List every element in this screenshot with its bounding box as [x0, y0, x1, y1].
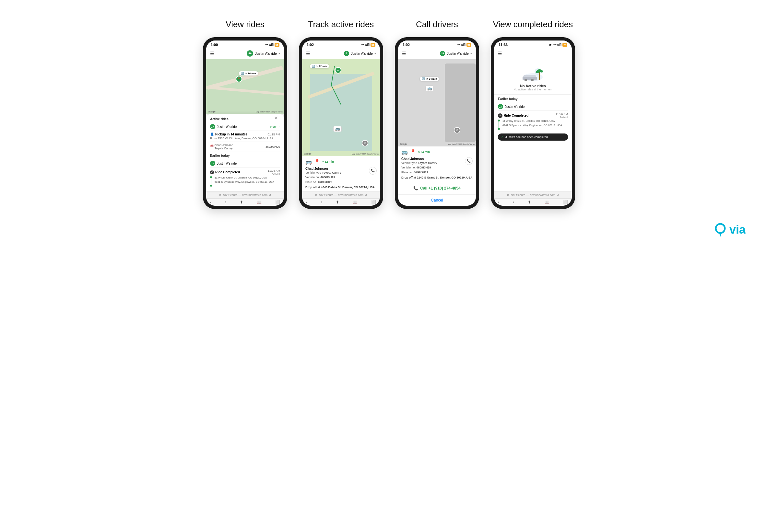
- check-icon-4: ✓: [498, 113, 502, 118]
- share-icon-1[interactable]: ⬆: [240, 200, 243, 204]
- pickup-time: 01:15 PM: [267, 133, 280, 136]
- no-rides-subtitle: No active rides at the moment: [498, 88, 568, 91]
- wifi-icon: wifi: [269, 43, 274, 46]
- initials-badge-1: JA: [247, 50, 253, 57]
- phone1-section: View rides 1:00 ▪▪▪ wifi 85 ☰ JA: [203, 19, 287, 209]
- status-icons-1: ▪▪▪ wifi 85: [265, 43, 280, 47]
- back-icon-2[interactable]: ‹: [306, 200, 307, 204]
- refresh-icon-4[interactable]: ↺: [557, 193, 559, 197]
- share-icon-2[interactable]: ⬆: [336, 200, 339, 204]
- forward-icon-4[interactable]: ›: [513, 200, 514, 204]
- route-texts-1: 11 W Dry Creek Ct, Littleton, CO 80120, …: [215, 176, 274, 187]
- completed-title-1: ✓ Ride Completed: [210, 169, 240, 175]
- nav-bar-1: ☰ JA Justin A's ride ▾: [206, 48, 284, 59]
- hamburger-icon-1[interactable]: ☰: [210, 51, 214, 56]
- bookmarks-icon-2[interactable]: 📖: [353, 200, 358, 204]
- map-3: 🚌 🔄 in 24 min ⊕ Google Map data ©2024 Go…: [398, 59, 476, 147]
- close-btn-1[interactable]: ✕: [274, 115, 278, 120]
- no-rides-section: No Active rides No active rides at the m…: [494, 59, 572, 95]
- building-area-3: [445, 64, 476, 142]
- phone3-section: Call drivers 1:02 ▪▪▪ wifi 85 ☰ JA Justi…: [395, 19, 479, 209]
- toast-check-icon: ✓: [501, 136, 504, 139]
- section1-title: View rides: [226, 19, 264, 29]
- completed-ride-4: ✓ Ride Completed 11:26 AM Arrived: [498, 111, 568, 131]
- toast-notification: ✓ Justin's ride has been completed: [498, 134, 568, 141]
- driver-info-1: 🚗 Chad Johnson Toyota Camry: [210, 144, 233, 150]
- earlier-ride-row-4: JA Justin A's ride: [498, 103, 568, 111]
- lock-icon-4: 🖥: [507, 193, 510, 197]
- hamburger-icon-2[interactable]: ☰: [306, 51, 310, 56]
- url-bar-2: 🖥 Not Secure — dev.ridewithvia.com ↺: [302, 191, 380, 198]
- battery-2: 85: [371, 43, 375, 47]
- ride-info-1: JA Justin A's ride: [210, 124, 237, 129]
- svg-marker-12: [719, 232, 722, 237]
- refresh-icon-2[interactable]: ↺: [365, 193, 367, 197]
- initials-badge-3: JA: [440, 51, 445, 56]
- via-logo-svg: [712, 222, 728, 238]
- completed-screen-4: No Active rides No active rides at the m…: [494, 59, 572, 191]
- phone3-frame: 1:02 ▪▪▪ wifi 85 ☰ JA Justin A's ride ▾: [395, 37, 479, 209]
- phone3-screen: 1:02 ▪▪▪ wifi 85 ☰ JA Justin A's ride ▾: [398, 40, 476, 206]
- ride-selector-1[interactable]: JA Justin A's ride ▾: [247, 50, 280, 57]
- driver-detail-2: Chad Johnson Vehicle type Toyota Camry V…: [305, 167, 341, 184]
- road-1: [207, 66, 283, 90]
- cancel-btn-3[interactable]: Cancel: [398, 194, 476, 206]
- car-icon-3: 🚌: [425, 86, 434, 91]
- ride-selector-2[interactable]: 2 Justin A's ride ▾: [344, 51, 376, 56]
- map-pin-icon-3: 📍: [410, 149, 416, 155]
- tabs-icon-1[interactable]: ⬜: [275, 200, 280, 204]
- chevron-2: ▾: [374, 52, 376, 55]
- bus-icon-2: 🚌: [305, 159, 312, 165]
- svg-point-11: [719, 227, 722, 230]
- back-icon-1[interactable]: ‹: [210, 200, 211, 204]
- battery-4: 74: [562, 43, 567, 47]
- number-badge-2: 2: [344, 51, 349, 56]
- hamburger-icon-3[interactable]: ☰: [402, 51, 406, 56]
- pickup-from: From 2506 W 13th Ave, Denver, CO 80204, …: [210, 137, 280, 140]
- battery-1: 85: [275, 43, 280, 47]
- route-svg-2: [302, 59, 380, 156]
- share-icon-4[interactable]: ⬆: [528, 200, 531, 204]
- phone4-frame: 11:36 ▶ ▪▪▪ wifi 74 ☰: [491, 37, 575, 209]
- url-bar-1: 🖥 Not Secure — dev.ridewithvia.com ↺: [206, 191, 284, 198]
- call-number-btn[interactable]: 📞 Call +1 (910) 274-4854: [398, 182, 476, 194]
- status-icons-3: ▪▪▪ wifi 85: [457, 43, 471, 47]
- ride-selector-3[interactable]: JA Justin A's ride ▾: [440, 51, 472, 56]
- signal-icon: ▪▪▪: [265, 43, 268, 46]
- tabs-icon-2[interactable]: ⬜: [371, 200, 376, 204]
- call-btn-2[interactable]: 📞: [369, 167, 377, 175]
- driver-row-1: 🚗 Chad Johnson Toyota Camry 46GH3H29: [210, 142, 280, 152]
- forward-icon-1[interactable]: ›: [225, 200, 226, 204]
- pickup-pin-1: 📍: [236, 76, 242, 82]
- vehicle-details-2: Vehicle type Toyota Camry Vehicle no. 46…: [305, 170, 341, 184]
- ctrl-pin: ⊕: [362, 140, 368, 147]
- signal-icon-3: ▪▪▪: [457, 43, 460, 46]
- route-texts-4: 11 W Dry Creek Ct, Littleton, CO 80120, …: [502, 119, 562, 130]
- track-header-2: 🚌 📍 ≈ 12 min: [305, 159, 377, 165]
- dropoff-info-2: Drop off at 4040 Dahlia St, Denver, CO 8…: [305, 186, 377, 189]
- call-icon-btn-3[interactable]: 📞: [465, 157, 473, 165]
- refresh-icon-1[interactable]: ↺: [269, 193, 271, 197]
- browser-toolbar-2: ‹ › ⬆ 📖 ⬜: [302, 198, 380, 206]
- driver-row-3: Chad Johnson Vehicle type Toyota Camry V…: [401, 157, 473, 175]
- wifi-icon-3: wifi: [461, 43, 466, 46]
- status-icons-4: ▶ ▪▪▪ wifi 74: [549, 43, 567, 47]
- time-4: 11:36: [498, 43, 508, 47]
- forward-icon-2[interactable]: ›: [321, 200, 322, 204]
- plate-1: 46GH3H29: [265, 145, 280, 148]
- view-btn-1[interactable]: View →: [270, 125, 280, 128]
- tabs-icon-4[interactable]: ⬜: [563, 200, 568, 204]
- pickup-info-1: 👤 Pickup in 14 minutes 01:15 PM From 250…: [210, 131, 280, 142]
- status-bar-2: 1:02 ▪▪▪ wifi 85: [302, 40, 380, 48]
- earlier-ride-row-1: JA Justin A's ride: [210, 159, 280, 168]
- lock-icon-1: 🖥: [219, 193, 222, 197]
- ride-row-1: JA Justin A's ride View →: [210, 123, 280, 131]
- browser-toolbar-1: ‹ › ⬆ 📖 ⬜: [206, 198, 284, 206]
- map-1: 📍 🔄 in 14 min Google Map data ©2024 Goog…: [206, 59, 284, 114]
- back-icon-4[interactable]: ‹: [498, 200, 499, 204]
- bus-icon-3: 🚌: [401, 149, 408, 155]
- hamburger-icon-4[interactable]: ☰: [498, 51, 502, 56]
- bookmarks-icon-4[interactable]: 📖: [545, 200, 549, 204]
- bookmarks-icon-1[interactable]: 📖: [257, 200, 261, 204]
- wifi-icon-4: wifi: [557, 43, 561, 46]
